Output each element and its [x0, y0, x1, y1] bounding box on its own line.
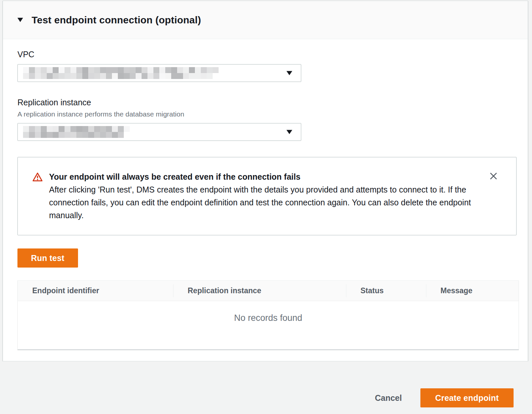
warning-triangle-icon — [32, 172, 43, 222]
create-endpoint-button[interactable]: Create endpoint — [420, 388, 514, 407]
test-results-table: Endpoint identifier Replication instance… — [17, 280, 519, 350]
table-header-row: Endpoint identifier Replication instance… — [18, 281, 519, 301]
replication-instance-select[interactable] — [17, 123, 301, 141]
vpc-redacted-value — [23, 67, 219, 79]
replication-instance-description: A replication instance performs the data… — [17, 110, 513, 118]
cancel-button[interactable]: Cancel — [375, 388, 402, 407]
caret-down-icon — [286, 130, 292, 134]
collapse-triangle-icon[interactable] — [17, 18, 23, 22]
column-header-message: Message — [426, 281, 519, 301]
vpc-select[interactable] — [17, 64, 301, 82]
column-header-status: Status — [346, 281, 426, 301]
replication-instance-redacted-value — [23, 126, 130, 138]
warning-title: Your endpoint will always be created eve… — [49, 170, 473, 183]
section-header[interactable]: Test endpoint connection (optional) — [3, 1, 528, 39]
section-body: VPC Replication instance A replication i… — [3, 50, 528, 350]
replication-instance-label: Replication instance — [17, 98, 513, 107]
form-actions-footer: Cancel Create endpoint — [0, 361, 532, 414]
test-endpoint-connection-panel: Test endpoint connection (optional) VPC … — [3, 1, 528, 361]
caret-down-icon — [286, 71, 292, 75]
warning-body: After clicking 'Run test', DMS creates t… — [49, 183, 473, 222]
table-empty-state: No records found — [18, 301, 519, 349]
column-header-replication-instance: Replication instance — [173, 281, 346, 301]
column-header-endpoint-identifier: Endpoint identifier — [18, 281, 173, 301]
no-records-text: No records found — [234, 313, 302, 349]
warning-alert: Your endpoint will always be created eve… — [17, 157, 517, 235]
warning-content: Your endpoint will always be created eve… — [49, 170, 473, 222]
section-title: Test endpoint connection (optional) — [32, 14, 201, 26]
vpc-label: VPC — [17, 50, 513, 59]
close-icon[interactable] — [488, 170, 499, 182]
run-test-button[interactable]: Run test — [17, 248, 78, 268]
